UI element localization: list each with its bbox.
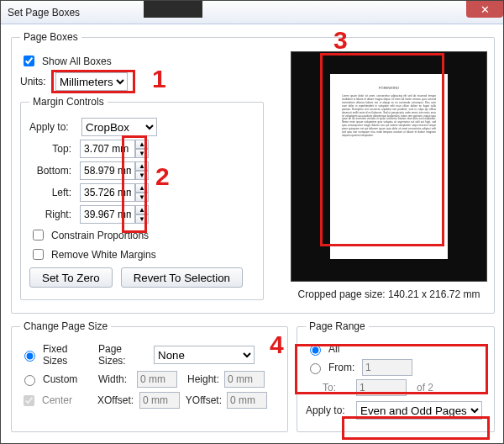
from-input — [362, 359, 412, 376]
margin-left-input[interactable] — [80, 183, 135, 202]
margin-top-input[interactable] — [80, 140, 135, 158]
preview-stage: FOREWORD Lorem ipsum dolor sit amet, con… — [291, 51, 487, 282]
width-label: Width: — [98, 373, 132, 385]
margin-right-label: Right: — [29, 209, 71, 220]
apply-to-label: Apply to: — [29, 121, 76, 133]
margin-top-up[interactable]: ▲ — [135, 140, 149, 149]
show-all-boxes-checkbox[interactable] — [24, 56, 34, 66]
xoffset-label: XOffset: — [97, 394, 134, 406]
custom-radio[interactable] — [24, 375, 35, 386]
show-all-boxes-label: Show All Boxes — [42, 56, 112, 67]
yoffset-label: YOffset: — [185, 394, 222, 406]
preview-page: FOREWORD Lorem ipsum dolor sit amet, con… — [330, 74, 448, 259]
height-input — [224, 371, 265, 388]
margin-top-label: Top: — [29, 143, 71, 155]
from-radio[interactable] — [310, 363, 321, 374]
page-boxes-legend: Page Boxes — [20, 31, 81, 43]
to-label: To: — [323, 382, 351, 394]
constrain-label: Constrain Proportions — [51, 230, 149, 241]
yoffset-input — [227, 392, 267, 409]
margin-bottom-down[interactable]: ▼ — [135, 171, 149, 180]
of-text: of 2 — [417, 382, 433, 394]
units-select[interactable]: Millimeters — [55, 72, 128, 91]
window-title: Set Page Boxes — [8, 7, 80, 18]
apply-to-select[interactable]: CropBox — [81, 118, 157, 136]
close-icon: ✕ — [480, 3, 490, 16]
set-to-zero-button[interactable]: Set To Zero — [29, 267, 113, 288]
units-label: Units: — [20, 76, 50, 87]
margin-bottom-label: Bottom: — [29, 165, 71, 177]
preview-panel: FOREWORD Lorem ipsum dolor sit amet, con… — [291, 51, 487, 300]
margin-top-down[interactable]: ▼ — [135, 149, 149, 158]
titlebar-shadow — [144, 1, 202, 18]
center-checkbox — [24, 395, 34, 406]
preview-caption: Cropped page size: 140.21 x 216.72 mm — [291, 288, 487, 300]
margin-controls-legend: Margin Controls — [29, 96, 108, 108]
margin-left-label: Left: — [29, 187, 71, 198]
page-range-group: Page Range All From: To: of 2 Apply to: … — [297, 320, 495, 432]
margin-right-input[interactable] — [80, 205, 135, 224]
constrain-checkbox[interactable] — [33, 230, 44, 240]
change-page-size-legend: Change Page Size — [20, 320, 111, 332]
margin-left-up[interactable]: ▲ — [135, 183, 149, 193]
margin-bottom-up[interactable]: ▲ — [135, 161, 149, 171]
margin-controls-group: Margin Controls Apply to: CropBox Top: ▲… — [20, 96, 264, 300]
height-label: Height: — [182, 373, 219, 385]
page-sizes-select[interactable]: None — [154, 346, 255, 364]
all-label: All — [328, 343, 339, 355]
margin-bottom-input[interactable] — [80, 161, 135, 180]
margin-right-up[interactable]: ▲ — [135, 205, 149, 214]
remove-white-label: Remove White Margins — [51, 249, 156, 261]
all-radio[interactable] — [310, 345, 321, 356]
margin-right-down[interactable]: ▼ — [135, 214, 149, 224]
pr-apply-to-label: Apply to: — [306, 404, 351, 416]
center-label: Center — [42, 394, 92, 406]
revert-button[interactable]: Revert To Selection — [121, 267, 243, 288]
preview-page-header: FOREWORD — [342, 86, 436, 90]
fixed-sizes-label: Fixed Sizes — [43, 343, 93, 367]
to-input — [356, 379, 407, 396]
margin-left-down[interactable]: ▼ — [135, 193, 149, 202]
width-input — [137, 371, 177, 388]
page-boxes-group: Page Boxes Show All Boxes Units: Millime… — [11, 31, 495, 314]
change-page-size-group: Change Page Size Fixed Sizes Page Sizes:… — [11, 320, 288, 432]
custom-label: Custom — [43, 373, 93, 385]
pr-apply-to-select[interactable]: Even and Odd Pages — [356, 401, 482, 420]
close-button[interactable]: ✕ — [466, 1, 503, 18]
preview-page-text: Lorem ipsum dolor sit amet, consectetur … — [342, 95, 436, 138]
xoffset-input — [139, 392, 180, 409]
from-label: From: — [328, 362, 357, 373]
remove-white-checkbox[interactable] — [33, 249, 44, 260]
fixed-sizes-radio[interactable] — [24, 351, 35, 362]
page-range-legend: Page Range — [306, 320, 369, 332]
page-sizes-label: Page Sizes: — [98, 343, 149, 367]
